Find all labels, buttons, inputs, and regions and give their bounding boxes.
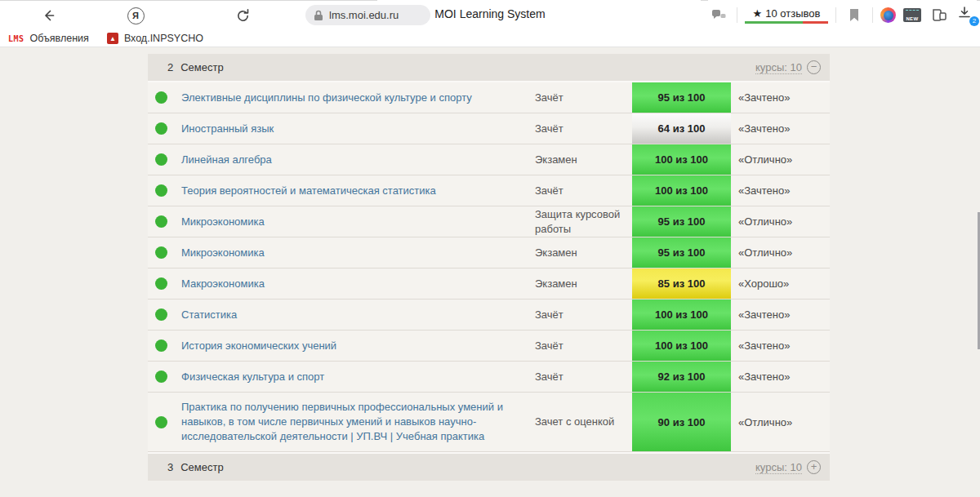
- bookmark-label: Вход.INPSYCHO: [124, 33, 203, 44]
- course-link[interactable]: Макроэкономика: [181, 269, 532, 299]
- lock-icon: [314, 10, 323, 21]
- browser-toolbar: Я lms.moi.edu.ru MOI Learning System ★ 1: [0, 0, 980, 30]
- back-button[interactable]: [38, 5, 60, 26]
- score-value: 95 из 100: [658, 246, 706, 259]
- bookmark-button[interactable]: [844, 5, 865, 26]
- course-row: Элективные дисциплины по физической куль…: [148, 82, 830, 113]
- tab-edge-left: [0, 0, 377, 1]
- score-cell: 100 из 100: [632, 144, 731, 175]
- semester-grade-table: 2 Семестр курсы: 10 − Элективные дисципл…: [148, 54, 830, 481]
- status-dot-icon: [155, 371, 167, 383]
- exam-type: Зачёт: [535, 122, 629, 136]
- course-link[interactable]: История экономических учений: [181, 331, 532, 361]
- back-arrow-icon: [41, 7, 57, 24]
- grade-value: «Зачтено»: [738, 91, 790, 104]
- grade-value: «Хорошо»: [738, 277, 789, 290]
- bookmark-icon: [849, 8, 860, 22]
- status-dot-icon: [155, 416, 167, 428]
- course-link[interactable]: Линейная алгебра: [181, 145, 532, 175]
- separator: [737, 7, 737, 23]
- refresh-icon: [235, 8, 251, 24]
- grade-value: «Зачтено»: [738, 371, 790, 383]
- course-row: Физическая культура и спорт Зачёт 92 из …: [148, 362, 830, 393]
- bookmark-item-inpsycho[interactable]: ▲ Вход.INPSYCHO: [107, 33, 203, 44]
- new-badge: NEW: [906, 16, 918, 21]
- bookmark-item-announcements[interactable]: LMS Объявления: [8, 33, 89, 44]
- score-cell: 90 из 100: [632, 393, 731, 451]
- status-dot-icon: [155, 246, 167, 259]
- exam-type: Зачёт: [535, 308, 629, 322]
- semester-label: Семестр: [180, 61, 223, 73]
- collections-icon: [931, 8, 947, 22]
- reviews-button[interactable]: ★ 10 отзывов: [745, 7, 828, 24]
- status-dot-icon: [155, 308, 167, 321]
- collapse-semester-button[interactable]: −: [807, 60, 821, 74]
- course-link[interactable]: Микроэкономика: [181, 238, 532, 268]
- yandex-icon: Я: [127, 7, 145, 24]
- exam-type: Зачёт: [535, 370, 629, 384]
- course-link[interactable]: Практика по получению первичных професси…: [181, 393, 532, 451]
- chat-bubbles-icon: [711, 8, 727, 22]
- semester-number: 2: [167, 61, 173, 73]
- semester-3-header: 3 Семестр курсы: 10 +: [148, 452, 830, 481]
- exam-type: Зачёт: [535, 184, 629, 198]
- lms-logo-icon: LMS: [8, 34, 24, 43]
- score-value: 90 из 100: [658, 416, 706, 428]
- download-count-badge: 2: [969, 16, 979, 26]
- downloads-button[interactable]: 2: [957, 5, 977, 26]
- score-value: 92 из 100: [658, 371, 706, 383]
- course-link[interactable]: Теория вероятностей и математическая ста…: [181, 176, 532, 206]
- score-cell: 100 из 100: [632, 300, 731, 330]
- score-value: 100 из 100: [655, 153, 708, 166]
- score-value: 64 из 100: [658, 122, 706, 135]
- courses-count-link[interactable]: курсы: 10: [755, 461, 802, 474]
- expand-semester-button[interactable]: +: [807, 460, 821, 474]
- course-link[interactable]: Микроэкономика: [181, 207, 532, 237]
- score-value: 85 из 100: [658, 277, 706, 290]
- score-value: 100 из 100: [655, 184, 708, 197]
- course-link[interactable]: Статистика: [181, 300, 532, 330]
- refresh-button[interactable]: [232, 5, 253, 26]
- semester-label: Семестр: [180, 461, 223, 473]
- courses-count: 10: [791, 61, 802, 73]
- status-dot-icon: [155, 91, 167, 104]
- grade-value: «Зачтено»: [738, 184, 790, 197]
- score-cell: 95 из 100: [632, 82, 731, 113]
- course-link[interactable]: Иностранный язык: [181, 114, 532, 144]
- score-cell: 100 из 100: [632, 331, 731, 361]
- score-cell: 92 из 100: [632, 362, 731, 392]
- score-value: 100 из 100: [655, 308, 708, 321]
- semester-number: 3: [167, 461, 173, 473]
- exam-type: Защита курсовой работы: [535, 207, 629, 237]
- collections-button[interactable]: [929, 5, 950, 26]
- exam-type: Зачёт: [535, 339, 629, 353]
- separator: [872, 7, 873, 23]
- semester-2-header: 2 Семестр курсы: 10 −: [148, 54, 830, 82]
- course-row: Статистика Зачёт 100 из 100 «Зачтено»: [148, 300, 830, 331]
- feedback-button[interactable]: [708, 5, 729, 26]
- separator: [835, 7, 836, 23]
- status-dot-icon: [155, 184, 167, 197]
- grade-value: «Отлично»: [738, 153, 792, 166]
- address-bar[interactable]: lms.moi.edu.ru: [305, 5, 430, 25]
- courses-count-link[interactable]: курсы: 10: [755, 61, 802, 74]
- reviews-rating-bar: [745, 21, 828, 24]
- course-row: Микроэкономика Защита курсовой работы 95…: [148, 206, 830, 237]
- bookmark-label: Объявления: [30, 33, 89, 44]
- status-dot-icon: [155, 215, 167, 228]
- course-link[interactable]: Элективные дисциплины по физической куль…: [181, 83, 532, 113]
- exam-type: Экзамен: [535, 277, 629, 291]
- screenshot-tool-button[interactable]: NEW: [903, 8, 921, 22]
- grade-value: «Отлично»: [738, 215, 792, 228]
- course-link[interactable]: Физическая культура и спорт: [181, 362, 532, 392]
- status-dot-icon: [155, 122, 167, 135]
- course-row: Микроэкономика Экзамен 95 из 100 «Отличн…: [148, 237, 830, 268]
- courses-label: курсы:: [755, 461, 787, 473]
- extension-button[interactable]: [880, 7, 896, 23]
- courses-label: курсы:: [755, 61, 787, 73]
- course-list: Элективные дисциплины по физической куль…: [148, 82, 830, 452]
- grade-value: «Зачтено»: [738, 122, 790, 135]
- exam-type: Зачет с оценкой: [535, 415, 629, 429]
- score-value: 95 из 100: [658, 91, 706, 104]
- yandex-services-button[interactable]: Я: [125, 5, 146, 26]
